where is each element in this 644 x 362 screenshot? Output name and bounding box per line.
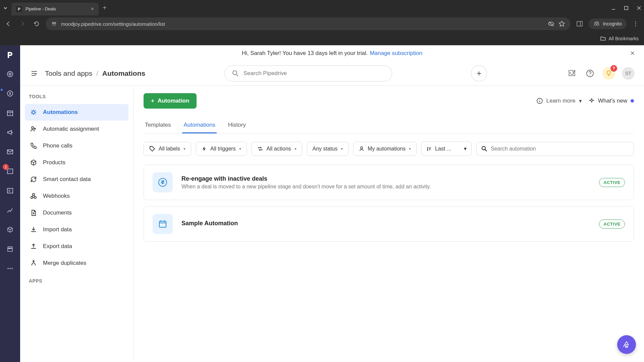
help-fab[interactable] (617, 335, 636, 354)
rail-insights-icon[interactable] (4, 204, 16, 216)
sidebar-item-automations[interactable]: Automations (25, 104, 128, 121)
extensions-icon[interactable] (566, 68, 578, 79)
sidebar-item-assignment[interactable]: Automatic assignment (25, 121, 128, 137)
search-automations[interactable] (476, 142, 634, 156)
rail-calendar-icon[interactable] (4, 107, 16, 119)
sidebar-item-smartcontact[interactable]: Smart contact data (25, 171, 128, 188)
banner-close-icon[interactable]: × (630, 49, 635, 58)
breadcrumb-separator: / (96, 69, 98, 77)
forward-button[interactable] (17, 19, 28, 29)
banner-link[interactable]: Manage subscription (370, 50, 422, 57)
app-logo-icon[interactable] (4, 49, 16, 61)
content-area: + Automation Learn more ▾ What's new (133, 86, 644, 362)
upload-icon (30, 242, 38, 250)
new-automation-button[interactable]: + Automation (144, 93, 197, 109)
user-avatar[interactable]: ST (622, 67, 635, 80)
minimize-icon[interactable] (611, 6, 616, 10)
svg-point-8 (635, 25, 636, 26)
status-badge: ACTIVE (599, 220, 625, 229)
rail-contacts-icon[interactable] (4, 185, 16, 197)
svg-point-14 (10, 114, 11, 115)
rail-campaigns-icon[interactable] (4, 126, 16, 138)
filter-labels[interactable]: All labels ▾ (144, 142, 191, 156)
sidebar-label: Smart contact data (43, 176, 91, 183)
merge-icon (30, 259, 38, 267)
rail-products-icon[interactable] (4, 224, 16, 236)
back-button[interactable] (3, 19, 13, 29)
close-window-icon[interactable] (637, 6, 641, 10)
webhook-icon (30, 192, 38, 200)
sidebar-item-phone[interactable]: Phone calls (25, 137, 128, 154)
info-icon (536, 98, 543, 104)
menu-icon[interactable] (631, 19, 641, 29)
sidebar-item-import[interactable]: Import data (25, 221, 128, 238)
browser-tab[interactable]: P Pipeline - Deals × (11, 3, 99, 15)
search-automations-input[interactable] (491, 146, 629, 152)
settings-sidebar: TOOLS Automations Automatic assignment P… (20, 86, 133, 362)
chevron-down-icon: ▾ (341, 146, 343, 151)
breadcrumb-parent[interactable]: Tools and apps (45, 69, 92, 77)
search-input[interactable] (244, 70, 384, 77)
chevron-down-icon: ▾ (239, 146, 241, 151)
svg-point-17 (8, 171, 9, 171)
global-search[interactable] (224, 65, 392, 81)
svg-point-27 (590, 75, 590, 75)
bookmark-star-icon[interactable] (558, 20, 565, 27)
filter-label: Any status (313, 146, 338, 152)
card-title: Re-engage with inactive deals (181, 175, 590, 182)
filter-triggers[interactable]: All triggers ▾ (196, 142, 247, 156)
sort-dropdown[interactable]: Last ... ▾ (421, 141, 472, 156)
rail-badge: 1 (3, 164, 9, 170)
tab-templates[interactable]: Templates (144, 118, 172, 133)
sidebar-label: Products (43, 159, 65, 166)
sidebar-item-documents[interactable]: Documents (25, 204, 128, 221)
rail-target-icon[interactable] (4, 68, 16, 80)
tips-icon[interactable]: ? (602, 67, 615, 80)
new-tab-button[interactable]: + (103, 4, 107, 12)
rail-activity-icon[interactable]: 1 (4, 165, 16, 177)
browser-tab-strip: P Pipeline - Deals × + (0, 0, 644, 16)
sidebar-label: Webhooks (43, 193, 70, 199)
tab-automations[interactable]: Automations (182, 118, 217, 133)
tab-close-icon[interactable]: × (91, 6, 94, 12)
filter-status[interactable]: Any status ▾ (307, 142, 349, 156)
incognito-chip[interactable]: Incognito (589, 18, 627, 29)
whats-new-button[interactable]: What's new (589, 98, 634, 104)
window-controls (611, 6, 641, 10)
button-label: Automation (158, 98, 189, 104)
sidepanel-icon[interactable] (575, 19, 585, 29)
sidebar-item-merge[interactable]: Merge duplicates (25, 255, 128, 272)
quick-add-button[interactable]: + (471, 65, 487, 81)
site-settings-icon[interactable] (51, 21, 57, 27)
sidebar-item-products[interactable]: Products (25, 154, 128, 171)
learn-more-label: Learn more (546, 98, 576, 104)
filter-actions[interactable]: All actions ▾ (252, 142, 302, 156)
app-body: TOOLS Automations Automatic assignment P… (20, 85, 644, 362)
maximize-icon[interactable] (624, 6, 629, 10)
chevron-down-icon: ▾ (579, 98, 582, 105)
learn-more-button[interactable]: Learn more ▾ (536, 98, 582, 105)
document-icon (30, 209, 38, 217)
tab-history[interactable]: History (227, 118, 247, 133)
help-icon[interactable] (584, 68, 596, 79)
tab-dropdown-icon[interactable] (3, 5, 8, 11)
sidebar-toggle-icon[interactable] (30, 69, 39, 78)
filter-owner[interactable]: My automations ▾ (353, 142, 417, 156)
sidebar-section-tools: TOOLS (25, 94, 128, 104)
url-bar[interactable]: moodjoy.pipedrive.com/settings/automatio… (46, 17, 571, 30)
eye-off-icon[interactable] (548, 20, 554, 27)
sidebar-item-export[interactable]: Export data (25, 238, 128, 255)
rail-deals-icon[interactable] (4, 87, 16, 100)
rail-marketplace-icon[interactable] (4, 243, 16, 255)
box-icon (30, 159, 38, 167)
bookmarks-label[interactable]: All Bookmarks (609, 36, 639, 41)
rail-mail-icon[interactable] (4, 146, 16, 158)
automation-card[interactable]: Sample Automation ACTIVE (144, 206, 634, 242)
sidebar-item-webhooks[interactable]: Webhooks (25, 188, 128, 204)
calendar-icon (153, 214, 173, 234)
reload-button[interactable] (32, 19, 42, 29)
automation-card[interactable]: Re-engage with inactive deals When a dea… (144, 165, 634, 200)
tips-badge: ? (610, 65, 617, 72)
rail-more-icon[interactable] (4, 262, 16, 275)
arrows-icon (257, 146, 263, 152)
